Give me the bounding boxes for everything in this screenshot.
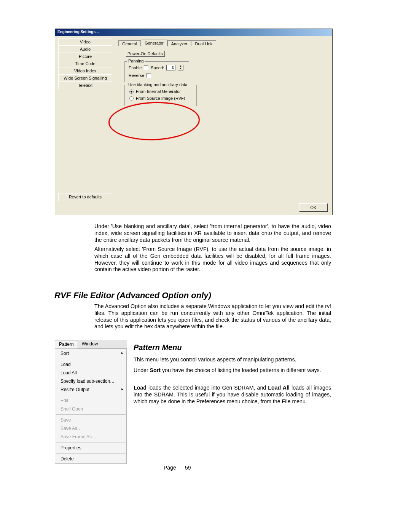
menu-item-sort[interactable]: Sort bbox=[55, 349, 126, 358]
menu-separator bbox=[56, 359, 126, 359]
loadall-bold: Load All bbox=[268, 385, 290, 391]
reverse-label: Reverse bbox=[129, 73, 144, 78]
radio-internal-generator[interactable] bbox=[129, 89, 134, 94]
pattern-menu-screenshot: Pattern Window SortLoadLoad AllSpecify l… bbox=[55, 340, 127, 464]
power-on-defaults-button[interactable]: Power-On Defaults bbox=[126, 51, 165, 57]
sort-bold: Sort bbox=[150, 367, 161, 373]
menu-item-properties[interactable]: Properties bbox=[55, 444, 126, 452]
revert-to-defaults-button[interactable]: Revert to defaults bbox=[58, 193, 112, 201]
speed-spinner[interactable]: ▲ ▼ bbox=[178, 65, 183, 70]
paragraph-sort: Under Sort you have the choice of listin… bbox=[134, 367, 331, 374]
menu-item-save-as: Save As… bbox=[55, 424, 126, 433]
speed-label: Speed: bbox=[151, 66, 164, 70]
heading-pattern-menu: Pattern Menu bbox=[134, 343, 182, 352]
panning-legend: Panning bbox=[127, 59, 145, 63]
sort-post: you have the choice of listing the loade… bbox=[161, 367, 321, 373]
sidebar-button-videoindex[interactable]: Video Index bbox=[58, 67, 112, 75]
radio-internal-label: From Internal Generator bbox=[136, 89, 181, 94]
menu-separator bbox=[56, 453, 126, 454]
enable-label: Enable bbox=[129, 66, 142, 70]
menu-item-edit: Edit bbox=[55, 396, 126, 405]
page-label: Page bbox=[164, 465, 176, 471]
dialog-body: Video Audio Picture Time Code Video Inde… bbox=[55, 36, 332, 215]
dialog-sidebar: Video Audio Picture Time Code Video Inde… bbox=[55, 36, 115, 215]
paragraph-pattern-intro: This menu lets you control various aspec… bbox=[134, 356, 331, 363]
menu-separator bbox=[56, 442, 126, 443]
radio-source-image[interactable] bbox=[129, 96, 134, 101]
sidebar-button-video[interactable]: Video bbox=[58, 38, 112, 46]
tab-page-generator: Power-On Defaults Panning Enable Speed: … bbox=[118, 46, 329, 200]
menubar-item-pattern[interactable]: Pattern bbox=[55, 340, 78, 348]
ancillary-legend: Use blanking and ancilliary data bbox=[127, 82, 188, 87]
sort-pre: Under bbox=[134, 367, 150, 373]
page-footer: Page 59 bbox=[164, 465, 191, 471]
menu-item-save-frame-as: Save Frame As… bbox=[55, 433, 126, 441]
spinner-down-icon[interactable]: ▼ bbox=[178, 68, 183, 70]
menubar: Pattern Window bbox=[55, 340, 127, 348]
dialog-titlebar: Engineering Settings... bbox=[55, 29, 332, 36]
sidebar-button-audio[interactable]: Audio bbox=[58, 45, 112, 53]
paragraph-blanking-source: Alternatively select 'From Source Image … bbox=[94, 246, 331, 273]
sidebar-button-teletext[interactable]: Teletext bbox=[58, 81, 112, 89]
menu-item-delete[interactable]: Delete bbox=[55, 455, 126, 463]
tab-generator[interactable]: Generator bbox=[141, 40, 167, 46]
menu-item-load[interactable]: Load bbox=[55, 360, 126, 369]
menu-item-specify-load-sub-section[interactable]: Specify load sub-section… bbox=[55, 377, 126, 385]
sidebar-button-timecode[interactable]: Time Code bbox=[58, 60, 112, 67]
reverse-checkbox[interactable] bbox=[147, 73, 151, 78]
menu-item-load-all[interactable]: Load All bbox=[55, 369, 126, 377]
menu-separator bbox=[56, 395, 126, 395]
dialog-main-pane: General Generator Analyzer Dual Link Pow… bbox=[115, 36, 332, 215]
paragraph-rvf-editor: The Advanced Option also includes a sepa… bbox=[94, 303, 331, 330]
ancillary-data-group: Use blanking and ancilliary data From In… bbox=[124, 85, 197, 106]
engineering-settings-dialog: Engineering Settings... Video Audio Pict… bbox=[55, 29, 333, 215]
panning-group: Panning Enable Speed: 0 ▲ ▼ Reverse bbox=[124, 61, 189, 82]
page-number: 59 bbox=[185, 465, 191, 471]
enable-checkbox[interactable] bbox=[144, 66, 148, 70]
sidebar-button-picture[interactable]: Picture bbox=[58, 53, 112, 60]
ok-button[interactable]: OK bbox=[299, 203, 328, 212]
tab-row: General Generator Analyzer Dual Link bbox=[118, 40, 216, 46]
load-bold: Load bbox=[134, 385, 147, 391]
radio-source-label: From Source Image (RVF) bbox=[136, 96, 185, 101]
menubar-item-window[interactable]: Window bbox=[78, 340, 102, 348]
heading-rvf-editor: RVF File Editor (Advanced Option only) bbox=[54, 291, 211, 300]
pattern-dropdown-menu: SortLoadLoad AllSpecify load sub-section… bbox=[55, 348, 127, 464]
speed-input[interactable]: 0 bbox=[166, 65, 175, 70]
menu-item-save: Save bbox=[55, 416, 126, 424]
menu-item-resize-output[interactable]: Resize Output bbox=[55, 385, 126, 394]
sidebar-button-wss[interactable]: Wide Screen Signalling bbox=[58, 74, 112, 82]
paragraph-blanking-internal: Under 'Use blanking and ancillary data',… bbox=[94, 223, 331, 243]
load-text1: loads the selected image into Gen SDRAM,… bbox=[147, 385, 268, 391]
paragraph-load: Load loads the selected image into Gen S… bbox=[134, 385, 331, 405]
menu-separator bbox=[56, 414, 126, 415]
menu-item-shell-open: Shell Open bbox=[55, 405, 126, 413]
